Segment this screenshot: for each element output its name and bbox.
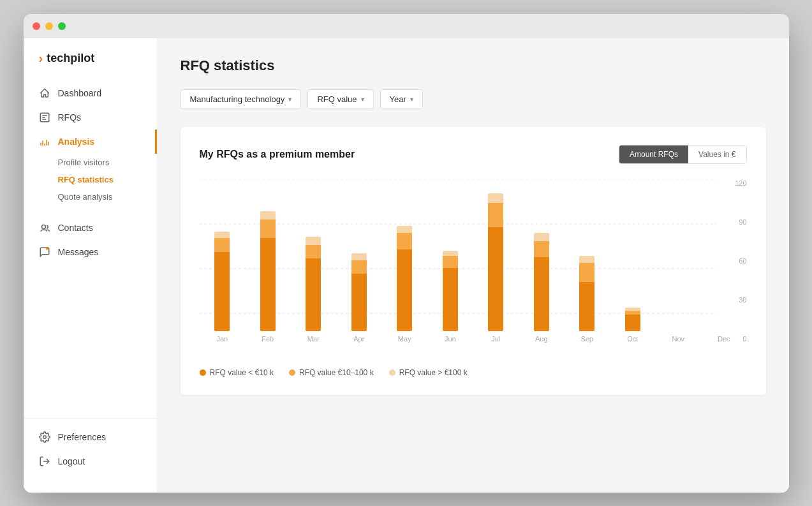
titlebar bbox=[24, 14, 789, 38]
filters-row: Manufacturing technology ▾ RFQ value ▾ Y… bbox=[181, 89, 766, 109]
filter-year[interactable]: Year ▾ bbox=[380, 89, 423, 109]
toggle-values-eur[interactable]: Values in € bbox=[688, 145, 746, 163]
bar-stack-oct bbox=[625, 308, 640, 331]
bar-high bbox=[488, 193, 503, 203]
bar-low bbox=[260, 238, 276, 331]
legend-label-low: RFQ value < €10 k bbox=[210, 368, 274, 377]
sidebar-item-contacts[interactable]: Contacts bbox=[24, 216, 157, 240]
bar-mid bbox=[397, 233, 412, 249]
bars-container: JanFebMarAprMayJunJulAugSepOctNovDec bbox=[200, 179, 747, 343]
analysis-label: Analysis bbox=[58, 137, 95, 147]
logout-icon bbox=[39, 456, 50, 467]
month-group-may: May bbox=[382, 179, 428, 343]
legend-item-mid: RFQ value €10–100 k bbox=[289, 368, 374, 377]
bar-mid bbox=[260, 220, 276, 239]
bar-high bbox=[397, 226, 412, 233]
analysis-subnav: Profile visitors RFQ statistics Quote an… bbox=[24, 154, 157, 205]
x-label-may: May bbox=[398, 335, 411, 343]
legend-item-high: RFQ value > €100 k bbox=[389, 368, 468, 377]
bar-stack-apr bbox=[351, 253, 367, 331]
sidebar-item-messages[interactable]: Messages bbox=[24, 240, 157, 264]
page-title: RFQ statistics bbox=[181, 57, 766, 74]
month-group-feb: Feb bbox=[245, 179, 291, 343]
bar-low bbox=[397, 249, 412, 331]
bar-high bbox=[260, 211, 276, 220]
y-label-90: 90 bbox=[725, 218, 747, 226]
rfq-value-label: RFQ value bbox=[317, 94, 357, 104]
bar-mid bbox=[214, 238, 230, 251]
close-dot[interactable] bbox=[33, 22, 40, 30]
x-label-mar: Mar bbox=[307, 335, 320, 343]
sidebar: › techpilot Dashboard bbox=[24, 38, 158, 493]
logo-text: techpilot bbox=[47, 52, 94, 65]
subnav-quote-analysis[interactable]: Quote analysis bbox=[58, 188, 157, 205]
filter-manufacturing-technology[interactable]: Manufacturing technology ▾ bbox=[181, 89, 302, 109]
chart-legend: RFQ value < €10 k RFQ value €10–100 k RF… bbox=[200, 368, 747, 377]
dashboard-label: Dashboard bbox=[58, 88, 102, 98]
subnav-rfq-statistics[interactable]: RFQ statistics bbox=[58, 171, 157, 188]
chart-toggle-group: Amount RFQs Values in € bbox=[619, 145, 747, 164]
rfqs-label: RFQs bbox=[58, 112, 82, 123]
y-label-120: 120 bbox=[725, 179, 747, 187]
app-layout: › techpilot Dashboard bbox=[24, 38, 789, 493]
logo-icon: › bbox=[39, 51, 43, 66]
svg-point-2 bbox=[45, 246, 48, 249]
month-group-apr: Apr bbox=[336, 179, 382, 343]
x-label-oct: Oct bbox=[627, 335, 638, 343]
legend-dot-mid bbox=[289, 369, 295, 376]
x-label-jul: Jul bbox=[491, 335, 500, 343]
bar-stack-sep bbox=[579, 256, 594, 331]
bar-high bbox=[351, 253, 367, 260]
home-icon bbox=[39, 87, 50, 99]
month-group-jul: Jul bbox=[473, 179, 519, 343]
month-group-jan: Jan bbox=[200, 179, 246, 343]
bar-mid bbox=[351, 260, 367, 274]
sidebar-item-preferences[interactable]: Preferences bbox=[24, 425, 157, 449]
bar-mid bbox=[443, 256, 458, 268]
bar-mid bbox=[579, 263, 594, 282]
x-label-jan: Jan bbox=[216, 335, 228, 343]
bar-low bbox=[351, 274, 367, 331]
chart-header: My RFQs as a premium member Amount RFQs … bbox=[200, 145, 747, 164]
bar-high bbox=[306, 237, 321, 245]
sidebar-item-rfqs[interactable]: RFQs bbox=[24, 105, 157, 130]
toggle-amount-rfqs[interactable]: Amount RFQs bbox=[619, 145, 688, 163]
analysis-icon bbox=[39, 136, 50, 147]
contacts-label: Contacts bbox=[58, 223, 93, 233]
month-group-oct: Oct bbox=[610, 179, 656, 343]
main-nav: Dashboard RFQs bbox=[24, 81, 157, 418]
bar-low bbox=[579, 282, 594, 331]
bar-low bbox=[443, 268, 458, 331]
chevron-down-icon: ▾ bbox=[288, 96, 292, 103]
legend-label-mid: RFQ value €10–100 k bbox=[299, 368, 374, 377]
bar-mid bbox=[488, 203, 503, 227]
bar-low bbox=[488, 227, 503, 331]
maximize-dot[interactable] bbox=[58, 22, 66, 30]
chart-title: My RFQs as a premium member bbox=[200, 149, 355, 160]
chevron-down-icon: ▾ bbox=[361, 96, 364, 103]
bar-low bbox=[306, 258, 321, 331]
bar-mid bbox=[534, 241, 549, 258]
sidebar-item-dashboard[interactable]: Dashboard bbox=[24, 81, 157, 105]
bar-high bbox=[534, 233, 549, 241]
legend-dot-high bbox=[389, 369, 395, 376]
x-label-apr: Apr bbox=[353, 335, 364, 343]
sidebar-item-analysis[interactable]: Analysis bbox=[24, 130, 157, 154]
bar-stack-mar bbox=[306, 237, 321, 331]
x-label-nov: Nov bbox=[672, 335, 684, 343]
y-label-30: 30 bbox=[725, 296, 747, 304]
legend-label-high: RFQ value > €100 k bbox=[399, 368, 468, 377]
contacts-icon bbox=[39, 222, 50, 234]
subnav-profile-visitors[interactable]: Profile visitors bbox=[58, 154, 157, 171]
minimize-dot[interactable] bbox=[45, 22, 53, 30]
bar-low bbox=[534, 257, 549, 331]
month-group-mar: Mar bbox=[291, 179, 337, 343]
legend-item-low: RFQ value < €10 k bbox=[200, 368, 274, 377]
x-label-feb: Feb bbox=[262, 335, 274, 343]
bar-stack-may bbox=[397, 226, 412, 331]
filter-rfq-value[interactable]: RFQ value ▾ bbox=[307, 89, 373, 109]
sidebar-item-logout[interactable]: Logout bbox=[24, 449, 157, 473]
bar-mid bbox=[306, 245, 321, 258]
month-group-jun: Jun bbox=[427, 179, 473, 343]
bar-mid bbox=[625, 311, 640, 315]
